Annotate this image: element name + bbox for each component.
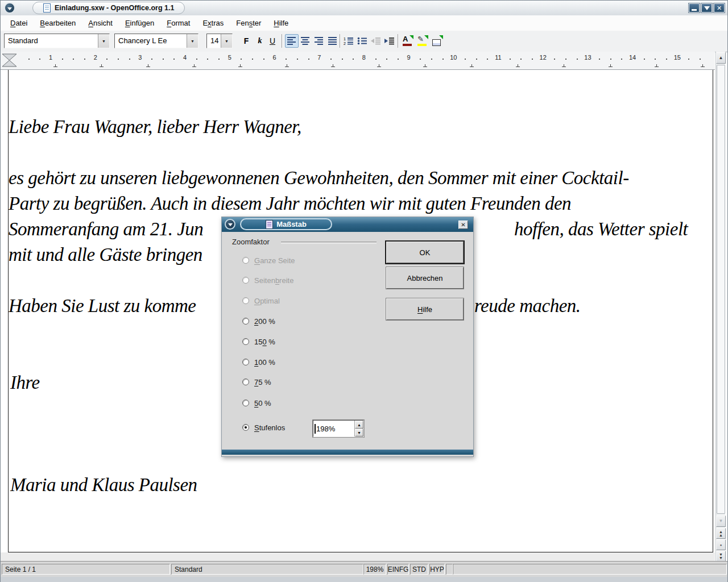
menu-item-einfugen[interactable]: Einfügen: [119, 15, 160, 31]
align-left-button[interactable]: [285, 34, 299, 48]
underline-button[interactable]: U: [266, 34, 279, 48]
spinner-up-button[interactable]: [355, 421, 363, 429]
ruler-tick: [207, 59, 208, 60]
status-hyperlink-mode[interactable]: HYP: [429, 564, 445, 575]
tab-stop-marker: [516, 64, 520, 67]
radio-75-icon[interactable]: [242, 379, 249, 385]
combo-dropdown-icon[interactable]: [187, 34, 198, 48]
radio-50-icon[interactable]: [242, 400, 249, 406]
zoom-option-stufenlos[interactable]: Stufenlos: [242, 422, 285, 433]
align-right-button[interactable]: [312, 34, 326, 48]
ok-button[interactable]: OK: [386, 242, 464, 263]
minimize-icon: [692, 9, 697, 11]
dialog-titlebar: Maßstab: [222, 217, 473, 232]
zoom-option-ganze-seite[interactable]: Ganze Seite: [242, 255, 295, 266]
previous-page-button[interactable]: [716, 528, 726, 539]
window-menu-button[interactable]: [4, 2, 15, 14]
ruler-tick: [297, 59, 298, 60]
menu-item-bearbeiten[interactable]: Bearbeiten: [34, 15, 82, 31]
status-selection-mode[interactable]: STD: [410, 564, 428, 575]
combo-dropdown-icon[interactable]: [98, 34, 109, 48]
numbered-list-button[interactable]: 12: [342, 34, 355, 48]
combo-dropdown-icon[interactable]: [221, 34, 232, 48]
abbrechen-button[interactable]: Abbrechen: [386, 267, 464, 289]
highlighting-button[interactable]: ✎: [416, 34, 429, 48]
font-name-value: Chancery L Ee: [115, 34, 187, 48]
increase-indent-button[interactable]: [383, 34, 396, 48]
menu-item-datei[interactable]: Datei: [4, 15, 34, 31]
status-insert-mode[interactable]: EINFG: [387, 564, 409, 575]
menu-item-fenster[interactable]: Fenster: [230, 15, 267, 31]
scroll-up-button[interactable]: [716, 52, 726, 64]
close-button[interactable]: [714, 3, 725, 13]
maximize-button[interactable]: [701, 3, 712, 13]
zoom-option-seitenbreite[interactable]: Seitenbreite: [242, 275, 293, 286]
align-center-button[interactable]: [299, 34, 312, 48]
menu-bar: DateiBearbeitenAnsichtEinfügenFormatExtr…: [1, 15, 727, 31]
navigation-button[interactable]: [716, 539, 726, 550]
ruler-tick: [342, 59, 343, 60]
minimize-button[interactable]: [689, 3, 700, 13]
ruler-tick: [644, 59, 645, 60]
zoom-option-100[interactable]: 100 %: [242, 356, 275, 368]
bold-button[interactable]: F: [239, 34, 253, 48]
radio-150-icon[interactable]: [242, 338, 249, 345]
zoom-option-150[interactable]: 150 %: [242, 336, 275, 347]
font-name-combo[interactable]: Chancery L Ee: [114, 34, 198, 48]
vertical-scrollbar[interactable]: [715, 52, 725, 561]
ruler-tick: [263, 59, 264, 60]
radio-seitenbreite-icon[interactable]: [242, 277, 249, 284]
object-toolbar: Standard Chancery L Ee 14 F k U: [1, 31, 727, 52]
ruler-tick: [151, 59, 152, 60]
font-size-combo[interactable]: 14: [206, 34, 233, 48]
justify-button[interactable]: [326, 34, 340, 48]
scroll-down-button[interactable]: [716, 516, 726, 527]
next-page-button[interactable]: [716, 551, 726, 562]
ruler-tick: [532, 59, 533, 60]
menu-item-extras[interactable]: Extras: [196, 15, 230, 31]
radio-optimal-icon[interactable]: [242, 297, 249, 304]
menu-item-format[interactable]: Format: [160, 15, 196, 31]
window-title-pill: Einladung.sxw - OpenOffice.org 1.1: [32, 2, 185, 14]
italic-icon: k: [258, 36, 262, 45]
decrease-indent-button[interactable]: [369, 34, 383, 48]
zoom-option-50[interactable]: 50 %: [242, 397, 271, 409]
toolbar-separator: [282, 34, 283, 48]
spinner-field[interactable]: 198%: [313, 421, 354, 436]
font-color-button[interactable]: A: [401, 34, 415, 48]
spinner-value: 198%: [316, 425, 335, 433]
ruler-tick: [28, 59, 30, 60]
hilfe-button[interactable]: Hilfe: [386, 298, 464, 320]
bullet-list-button[interactable]: [355, 34, 369, 48]
ruler-number: 2: [94, 54, 97, 61]
background-color-button[interactable]: [431, 34, 444, 48]
ruler-tick: [62, 59, 63, 60]
radio-stufenlos-icon[interactable]: [242, 424, 249, 431]
ruler-tick: [286, 59, 287, 60]
application-window: Einladung.sxw - OpenOffice.org 1.1 Datei…: [0, 0, 728, 582]
ruler-tick: [308, 59, 309, 60]
scrollbar-thumb[interactable]: [717, 65, 725, 514]
status-zoom[interactable]: 198%: [363, 564, 386, 575]
tab-stop-marker: [377, 64, 381, 67]
menu-item-ansicht[interactable]: Ansicht: [82, 15, 119, 31]
spinner-down-button[interactable]: [355, 429, 363, 436]
zoom-option-200[interactable]: 200 %: [242, 315, 275, 327]
zoom-option-75[interactable]: 75 %: [242, 376, 271, 388]
dialog-menu-button[interactable]: [225, 219, 235, 230]
zoom-value-spinner[interactable]: 198%: [313, 420, 364, 437]
radio-100-icon[interactable]: [242, 359, 249, 365]
bullet-list-icon: [357, 37, 367, 45]
dialog-close-button[interactable]: [458, 221, 468, 229]
tab-stop-marker: [146, 64, 150, 67]
status-page[interactable]: Seite 1 / 1: [2, 564, 170, 575]
ruler-tick: [487, 59, 488, 60]
radio-200-icon[interactable]: [242, 318, 249, 325]
radio-ganze-seite-icon[interactable]: [242, 257, 249, 264]
zoom-option-optimal[interactable]: Optimal: [242, 295, 280, 306]
menu-item-hilfe[interactable]: Hilfe: [267, 15, 295, 31]
italic-button[interactable]: k: [253, 34, 267, 48]
status-page-style[interactable]: Standard: [171, 564, 363, 575]
indent-marker-icon[interactable]: [2, 53, 17, 67]
paragraph-style-combo[interactable]: Standard: [4, 34, 110, 48]
